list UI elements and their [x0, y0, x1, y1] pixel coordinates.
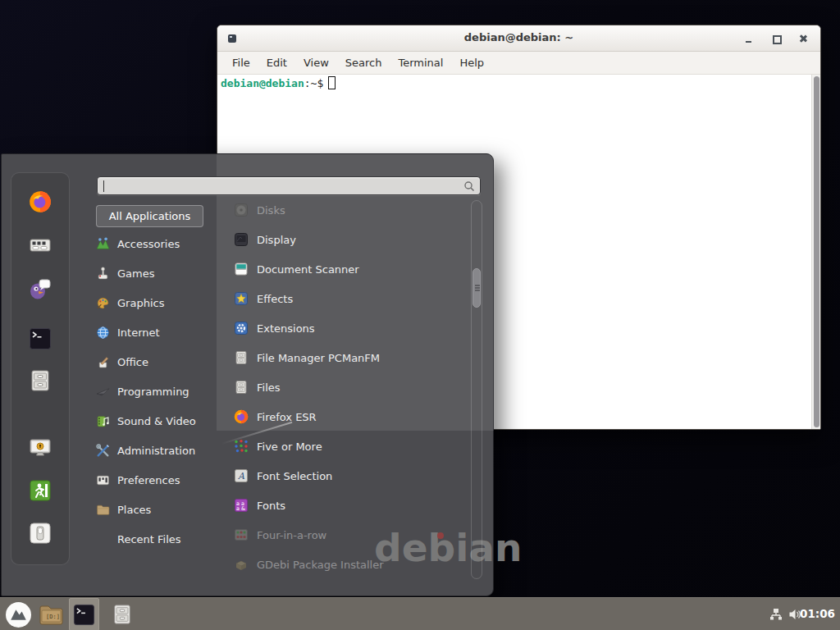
category-preferences[interactable]: Preferences: [96, 468, 223, 492]
category-office[interactable]: Office: [96, 349, 223, 374]
app-four-in-a-row[interactable]: Four-in-a-row: [234, 523, 468, 547]
app-file-manager-pcmanfm[interactable]: File Manager PCManFM: [234, 345, 468, 370]
svg-text:A: A: [237, 471, 245, 482]
menu-button-icon: [5, 601, 32, 628]
firefox-icon: [29, 190, 52, 213]
administration-icon: [96, 444, 110, 458]
app-disks[interactable]: Disks: [234, 198, 468, 222]
office-icon: [96, 355, 110, 369]
taskbar-folder-launcher[interactable]: [D:]: [36, 598, 66, 630]
fonts-icon: a a a &: [234, 498, 249, 513]
folder-icon: [D:]: [39, 603, 64, 626]
four-in-a-row-icon: [234, 527, 249, 542]
category-games[interactable]: Games: [96, 261, 223, 285]
menu-file[interactable]: File: [224, 53, 258, 72]
app-firefox-esr[interactable]: Firefox ESR: [234, 404, 468, 429]
favorite-pidgin[interactable]: [29, 277, 52, 300]
taskbar-clock[interactable]: 01:06: [800, 607, 835, 620]
terminal-icon: [73, 604, 95, 626]
category-recent-files[interactable]: Recent Files: [96, 527, 223, 551]
session-log-out[interactable]: [29, 479, 52, 502]
category-administration[interactable]: Administration: [96, 438, 223, 463]
taskbar-file-manager-launcher[interactable]: [107, 598, 137, 630]
app-font-selection[interactable]: A Font Selection: [234, 463, 468, 488]
terminal-scrollbar[interactable]: [811, 75, 820, 429]
app-gdebi-package-installer[interactable]: GDebi Package Installer: [234, 552, 468, 577]
search-icon: [463, 180, 475, 192]
document-scanner-icon: [234, 262, 249, 276]
taskbar-terminal-launcher[interactable]: [69, 598, 99, 630]
terminal-menubar: File Edit View Search Terminal Help: [217, 52, 820, 75]
svg-text:a &: a &: [236, 505, 245, 512]
app-document-scanner[interactable]: Document Scanner: [234, 257, 468, 281]
taskbar-menu-button[interactable]: [2, 598, 34, 630]
places-icon: [96, 503, 110, 517]
mixer-icon: [29, 234, 52, 257]
menu-help[interactable]: Help: [451, 53, 492, 72]
favorite-multimedia-settings[interactable]: [29, 234, 52, 257]
file-cabinet-icon: [112, 603, 133, 626]
taskbar: [D:]: [0, 597, 840, 630]
category-accessories[interactable]: Accessories: [96, 231, 223, 256]
prompt-path: :~$: [304, 77, 323, 89]
menu-scrollbar-thumb[interactable]: [472, 268, 481, 308]
games-icon: [96, 267, 110, 281]
firefox-icon: [234, 409, 249, 424]
app-five-or-more[interactable]: Five or More: [234, 434, 468, 459]
disks-icon: [234, 203, 249, 217]
category-all-applications[interactable]: All Applications: [96, 205, 203, 227]
desktop: debian@debian: ~ File Edit View Search T…: [0, 0, 840, 630]
category-internet[interactable]: Internet: [96, 320, 223, 345]
close-button[interactable]: [797, 33, 809, 44]
maximize-button[interactable]: [770, 33, 782, 44]
programming-icon: [96, 385, 110, 399]
app-fonts[interactable]: a a a & Fonts: [234, 493, 468, 518]
menu-edit[interactable]: Edit: [258, 53, 295, 72]
font-selection-icon: A: [234, 468, 249, 483]
menu-view[interactable]: View: [295, 53, 337, 72]
display-icon: [234, 232, 249, 247]
terminal-scrollbar-thumb[interactable]: [814, 76, 819, 427]
five-or-more-icon: [234, 439, 249, 454]
menu-scrollbar[interactable]: [471, 200, 482, 579]
sound-video-icon: [96, 414, 110, 428]
pidgin-icon: [29, 277, 52, 300]
extensions-icon: [234, 321, 249, 336]
terminal-titlebar[interactable]: debian@debian: ~: [217, 25, 820, 52]
gdebi-icon: [234, 557, 249, 572]
favorite-file-manager[interactable]: [29, 369, 52, 392]
shut-down-icon: [29, 522, 52, 545]
terminal-title: debian@debian: ~: [217, 31, 820, 43]
app-effects[interactable]: Effects: [234, 286, 468, 311]
terminal-icon: [29, 327, 52, 350]
svg-text:[D:]: [D:]: [46, 614, 60, 620]
session-shut-down[interactable]: [29, 522, 52, 545]
prompt-user-host: debian@debian: [221, 77, 304, 89]
file-cabinet-icon: [29, 369, 52, 392]
accessories-icon: [96, 237, 110, 251]
app-display[interactable]: Display: [234, 227, 468, 252]
search-input[interactable]: [97, 176, 481, 195]
scrollbar-grip: [475, 285, 480, 286]
menu-terminal[interactable]: Terminal: [390, 53, 451, 72]
text-caret: [103, 180, 104, 192]
effects-icon: [234, 291, 249, 306]
network-icon[interactable]: [769, 608, 783, 621]
application-menu: debian: [1, 153, 494, 596]
category-programming[interactable]: Programming: [96, 379, 223, 404]
category-graphics[interactable]: Graphics: [96, 290, 223, 315]
file-cabinet-icon: [234, 380, 249, 395]
app-files[interactable]: Files: [234, 375, 468, 399]
lock-screen-icon: [29, 437, 52, 460]
log-out-icon: [29, 479, 52, 502]
favorite-firefox[interactable]: [29, 190, 52, 213]
session-lock-screen[interactable]: [29, 437, 52, 460]
menu-search[interactable]: Search: [337, 53, 390, 72]
favorite-terminal[interactable]: [29, 327, 52, 350]
graphics-icon: [96, 296, 110, 310]
preferences-icon: [96, 473, 110, 487]
category-sound-video[interactable]: Sound & Video: [96, 409, 223, 433]
minimize-button[interactable]: [743, 33, 755, 44]
category-places[interactable]: Places: [96, 497, 223, 522]
app-extensions[interactable]: Extensions: [234, 316, 468, 340]
